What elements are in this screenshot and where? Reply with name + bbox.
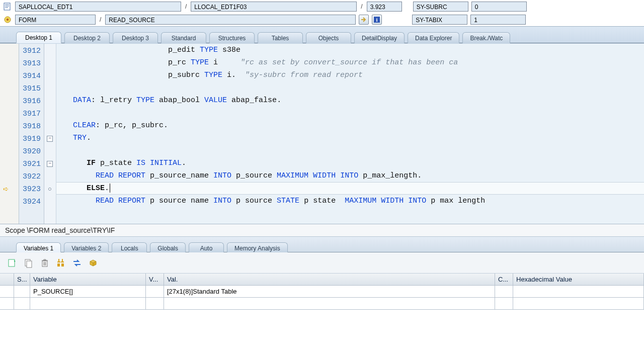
line-number: 3924 (21, 196, 41, 208)
code-line[interactable]: p_rc TYPE i "rc as set by convert_source… (56, 56, 644, 69)
col-variable-header[interactable]: Variable (30, 274, 146, 286)
cell-stack[interactable] (14, 286, 30, 298)
tab-desktop-1[interactable]: Desktop 1 (16, 32, 61, 43)
routine-name-field: READ_SOURCE (105, 15, 356, 25)
variables-table: S... Variable V... Val. C... Hexadecimal… (0, 274, 644, 310)
delete-icon[interactable] (39, 257, 50, 269)
code-line[interactable]: p_edit TYPE s38e (56, 44, 644, 56)
cell-value[interactable]: [27x1(8)]Standard Table (164, 286, 495, 298)
fold-toggle-icon[interactable]: − (47, 161, 53, 167)
text-caret (110, 184, 110, 193)
breakpoint-gutter[interactable]: ➪ (0, 44, 19, 224)
code-line[interactable]: DATA: l_retry TYPE abap_bool VALUE abap_… (56, 94, 644, 107)
code-line[interactable]: TRY. (56, 132, 644, 144)
line-number: 3921 (21, 158, 41, 170)
sy-tabix-value: 1 (470, 15, 526, 25)
program-icon (3, 2, 12, 11)
line-number: 3914 (21, 70, 41, 82)
tab-objects[interactable]: Objects (306, 32, 351, 43)
svg-rect-5 (9, 259, 15, 267)
col-v-header[interactable]: V... (146, 274, 164, 286)
tab-structures[interactable]: Structures (209, 32, 255, 43)
line-number: 3912 (21, 45, 41, 57)
code-line[interactable]: READ REPORT p source name INTO p source … (56, 195, 644, 207)
code-line[interactable]: IF p_state IS INITIAL. (56, 157, 644, 169)
sy-subrc-label: SY-SUBRC (413, 2, 468, 12)
event-icon (3, 15, 12, 24)
program-info-row-1: SAPLLOCAL_EDT1 / LLOCAL_EDT1F03 / 3.923 … (0, 0, 644, 13)
sy-subrc-value: 0 (471, 2, 527, 12)
row-handle[interactable] (0, 298, 14, 310)
code-line[interactable]: p_subrc TYPE i. "sy-subrc from read repo… (56, 69, 644, 81)
scope-path: Scope \FORM read_source\TRY\IF (0, 224, 644, 236)
line-number: 3918 (21, 120, 41, 133)
vartab-memory-analysis[interactable]: Memory Analysis (227, 242, 288, 252)
fold-node-icon[interactable] (48, 188, 51, 191)
col-val-header[interactable]: Val. (164, 274, 495, 286)
tab-break-watc[interactable]: Break./Watc (462, 32, 510, 43)
svg-point-2 (7, 19, 9, 21)
tab-detaildisplay[interactable]: DetailDisplay (354, 32, 405, 43)
variables-table-row[interactable] (0, 298, 644, 310)
tab-standard[interactable]: Standard (161, 32, 206, 43)
tab-data-explorer[interactable]: Data Explorer (408, 32, 459, 43)
new-watch-icon[interactable] (7, 257, 18, 269)
variables-toolbar (0, 252, 644, 274)
source-editor: ➪ 39123913391439153916391739183919392039… (0, 43, 644, 224)
program-info-row-2: FORM / READ_SOURCE i SY-TABIX 1 (0, 13, 644, 26)
line-number: 3917 (21, 108, 41, 120)
line-number: 3923 (21, 183, 41, 196)
code-line[interactable]: CLEAR: p_rc, p_subrc. (56, 119, 644, 132)
vartab-globals[interactable]: Globals (150, 242, 186, 252)
line-number: 3919 (21, 133, 41, 145)
vartab-variables-2[interactable]: Variables 2 (64, 242, 109, 252)
col-c-header[interactable]: C... (495, 274, 513, 286)
line-number: 3916 (21, 95, 41, 108)
copy-icon[interactable] (23, 257, 34, 269)
fold-toggle-icon[interactable]: − (47, 136, 53, 142)
svg-rect-9 (57, 263, 60, 267)
tab-tables[interactable]: Tables (258, 32, 303, 43)
line-number: 3920 (21, 145, 41, 158)
include-name-field: LLOCAL_EDT1F03 (191, 2, 357, 12)
row-handle-header (0, 274, 14, 286)
code-line[interactable] (56, 144, 644, 157)
fold-gutter[interactable]: −− (44, 44, 56, 224)
code-line[interactable]: READ REPORT p_source_name INTO p_source … (56, 169, 644, 182)
insert-row-icon[interactable] (55, 257, 66, 269)
variables-table-row[interactable]: P_SOURCE[][27x1(8)]Standard Table (0, 286, 644, 298)
vartab-locals[interactable]: Locals (112, 242, 147, 252)
col-hex-header[interactable]: Hexadecimal Value (513, 274, 644, 286)
code-line[interactable] (56, 81, 644, 94)
code-line[interactable]: ELSE. (56, 182, 644, 195)
program-name-field: SAPLLOCAL_EDT1 (15, 2, 181, 12)
vartab-variables-1[interactable]: Variables 1 (16, 242, 61, 252)
cell-c[interactable] (495, 286, 513, 298)
desktop-tabbar: Desktop 1Desktop 2Desktop 3StandardStruc… (0, 26, 644, 43)
svg-rect-7 (27, 261, 32, 268)
code-area[interactable]: p_edit TYPE s38e p_rc TYPE i "rc as set … (56, 44, 644, 224)
code-line[interactable] (56, 107, 644, 119)
current-line-arrow-icon: ➪ (3, 184, 9, 196)
tab-desktop-2[interactable]: Desktop 2 (64, 32, 110, 43)
svg-rect-0 (4, 3, 10, 10)
line-number: 3913 (21, 57, 41, 70)
col-stack-header[interactable]: S... (14, 274, 30, 286)
cell-hex[interactable] (513, 286, 644, 298)
line-number: 3915 (21, 82, 41, 95)
info-icon[interactable]: i (372, 15, 382, 25)
line-number-gutter: 3912391339143915391639173918391939203921… (19, 44, 44, 224)
current-line-field: 3.923 (367, 2, 402, 12)
vartab-auto[interactable]: Auto (189, 242, 224, 252)
module-type-field: FORM (15, 15, 96, 25)
navigate-icon[interactable] (359, 15, 369, 25)
variables-table-header: S... Variable V... Val. C... Hexadecimal… (0, 274, 644, 286)
variables-tabbar: Variables 1Variables 2LocalsGlobalsAutoM… (0, 236, 644, 252)
object-icon[interactable] (88, 257, 99, 269)
cell-v[interactable] (146, 286, 164, 298)
svg-text:i: i (376, 17, 378, 23)
tab-desktop-3[interactable]: Desktop 3 (113, 32, 158, 43)
exchange-icon[interactable] (71, 257, 83, 269)
row-handle[interactable] (0, 286, 14, 298)
cell-variable[interactable]: P_SOURCE[] (30, 286, 146, 298)
